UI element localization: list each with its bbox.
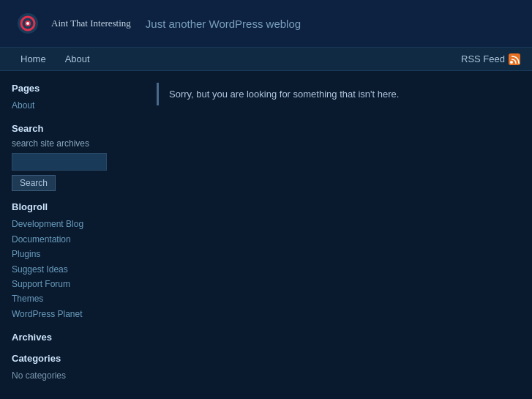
sidebar-link-suggest-ideas[interactable]: Suggest Ideas bbox=[12, 262, 139, 277]
main-wrapper: Pages About Search search site archives … bbox=[0, 71, 532, 395]
archives-section-title: Archives bbox=[12, 332, 139, 343]
sidebar-link-documentation[interactable]: Documentation bbox=[12, 232, 139, 247]
sidebar-link-about[interactable]: About bbox=[12, 98, 139, 113]
sidebar-link-support-forum[interactable]: Support Forum bbox=[12, 277, 139, 291]
sidebar-link-development-blog[interactable]: Development Blog bbox=[12, 217, 139, 231]
main-content: Sorry, but you are looking for something… bbox=[151, 83, 520, 384]
blogroll-section-title: Blogroll bbox=[12, 201, 139, 212]
rss-icon bbox=[509, 53, 520, 65]
pages-section-title: Pages bbox=[12, 83, 139, 94]
nav-home[interactable]: Home bbox=[12, 48, 55, 70]
sidebar-link-plugins[interactable]: Plugins bbox=[12, 247, 139, 261]
site-header: Aint That Interesting Just another WordP… bbox=[0, 0, 532, 47]
search-label: search site archives bbox=[12, 138, 139, 149]
search-button[interactable]: Search bbox=[12, 175, 56, 191]
nav-links: Home About bbox=[12, 48, 99, 70]
main-nav: Home About RSS Feed bbox=[0, 47, 532, 71]
site-tagline: Just another WordPress weblog bbox=[146, 18, 301, 30]
sidebar-link-wordpress-planet[interactable]: WordPress Planet bbox=[12, 307, 139, 321]
search-input[interactable] bbox=[12, 153, 107, 171]
site-logo bbox=[15, 10, 41, 37]
not-found-message: Sorry, but you are looking for something… bbox=[157, 83, 520, 105]
nav-about[interactable]: About bbox=[56, 48, 99, 70]
svg-point-6 bbox=[510, 61, 513, 64]
search-section-title: Search bbox=[12, 123, 139, 134]
svg-point-4 bbox=[26, 22, 29, 25]
no-categories-text: No categories bbox=[12, 370, 66, 381]
rss-label: RSS Feed bbox=[461, 53, 505, 64]
categories-section-title: Categories bbox=[12, 353, 139, 364]
sidebar-link-themes[interactable]: Themes bbox=[12, 291, 139, 306]
rss-feed-link[interactable]: RSS Feed bbox=[461, 53, 520, 65]
sidebar: Pages About Search search site archives … bbox=[12, 83, 151, 384]
site-title: Aint That Interesting bbox=[51, 18, 131, 29]
